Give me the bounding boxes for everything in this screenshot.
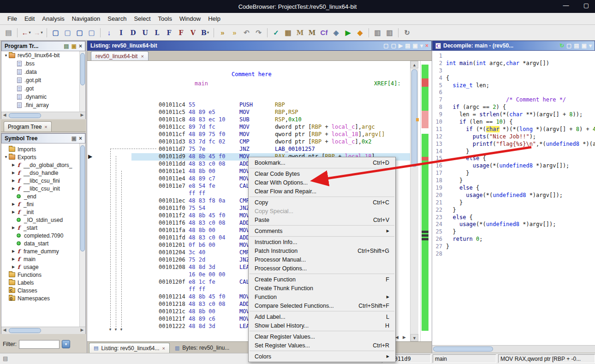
close-tab-icon[interactable]: × bbox=[162, 346, 165, 351]
decompile-line[interactable]: 8 if (argc == 2) { bbox=[432, 104, 595, 111]
decompile-line[interactable]: 22 } bbox=[432, 207, 595, 214]
expand-collapse-icon[interactable]: ▶ bbox=[11, 210, 16, 214]
xref-label[interactable]: XREF[4]: bbox=[374, 80, 401, 87]
decompile-line[interactable]: 4{ bbox=[432, 75, 595, 82]
create-function-icon[interactable]: Cf bbox=[318, 27, 330, 38]
export-icon[interactable]: ▤ bbox=[574, 43, 579, 48]
program-tree-root[interactable]: ▼rev50_linux64-bit bbox=[1, 51, 85, 60]
redo-icon[interactable]: ↷ bbox=[253, 27, 264, 38]
context-menu-item[interactable]: Instruction Info... bbox=[249, 238, 395, 246]
auto-analyze-icon[interactable]: ✓ bbox=[270, 27, 282, 38]
overview-strip[interactable] bbox=[420, 61, 429, 341]
expand-collapse-icon[interactable]: ▶ bbox=[11, 163, 16, 167]
close-panel-icon[interactable]: × bbox=[79, 136, 82, 141]
listing-row[interactable]: 001011c548 89 e5MOVRBP,RSP bbox=[87, 109, 410, 116]
expand-collapse-icon[interactable]: ▶ bbox=[11, 265, 16, 269]
program-tree-section[interactable]: .fini_array bbox=[1, 101, 85, 109]
symbol-tree-item[interactable]: Functions bbox=[1, 271, 85, 279]
define-data-F-icon[interactable]: F bbox=[163, 27, 175, 38]
scroll-left-icon[interactable]: ◀ bbox=[1, 328, 8, 332]
scroll-right-icon[interactable]: ▶ bbox=[403, 335, 406, 340]
symbol-tree-item[interactable]: CClasses bbox=[1, 286, 85, 294]
decompile-line[interactable]: 23 else { bbox=[432, 214, 595, 221]
expand-collapse-icon[interactable]: ▼ bbox=[3, 54, 9, 58]
menu-tools[interactable]: Tools bbox=[155, 14, 176, 24]
undo-icon[interactable]: ↶ bbox=[241, 27, 252, 38]
close-tab-icon[interactable]: × bbox=[44, 124, 47, 130]
maximize-button[interactable]: ▢ bbox=[582, 2, 590, 9]
horizontal-scrollbar[interactable]: ◀ ▶ bbox=[1, 327, 85, 334]
menu-navigation[interactable]: Navigation bbox=[68, 14, 104, 24]
listing-row[interactable]: 001011d383 7d fc 02CMPdword ptr [RBP + l… bbox=[87, 138, 410, 146]
decompile-line[interactable]: 21 } bbox=[432, 199, 595, 207]
expand-collapse-icon[interactable]: ▶ bbox=[11, 257, 16, 261]
symbol-tree-item[interactable]: _IO_stdin_used bbox=[1, 216, 85, 224]
scroll-up-icon[interactable]: ▲ bbox=[411, 61, 418, 68]
add-bookmark-icon[interactable]: » bbox=[217, 27, 228, 38]
decompile-line[interactable]: 24 usage(*(undefined8 *)argv[]); bbox=[432, 221, 595, 228]
decompile-line[interactable]: 19 else { bbox=[432, 185, 595, 192]
close-panel-icon[interactable]: × bbox=[425, 43, 428, 48]
decompile-line[interactable]: 11 if (*(char *)(*(long *)(argv[] + 8) +… bbox=[432, 126, 595, 133]
expand-collapse-icon[interactable]: ▶ bbox=[11, 249, 16, 253]
snapshot-view-icon[interactable]: ▢ bbox=[391, 43, 396, 48]
function-name-label[interactable]: main bbox=[195, 80, 208, 87]
scrollbar-thumb[interactable] bbox=[80, 145, 85, 251]
header-menu-dropdown-icon[interactable]: ▾ bbox=[420, 43, 423, 48]
define-data-D-icon[interactable]: D bbox=[127, 27, 139, 38]
symbol-tree-item[interactable]: {}Namespaces bbox=[1, 294, 85, 302]
decompile-line[interactable]: 12 puts("Nice Job!!"); bbox=[432, 133, 595, 141]
disassemble-icon[interactable]: ↓ bbox=[103, 27, 115, 38]
symbol-tree-item[interactable]: Labels bbox=[1, 279, 85, 286]
plate-comment[interactable]: Comment here bbox=[232, 71, 272, 78]
scroll-right-icon[interactable]: ▶ bbox=[79, 113, 85, 117]
menu-select[interactable]: Select bbox=[130, 14, 154, 24]
decompile-line[interactable]: 14 } bbox=[432, 148, 595, 155]
listing-row[interactable]: 001011cf48 89 75 f0MOVqword ptr [RBP + l… bbox=[87, 131, 410, 138]
symbol-tree-item[interactable]: ▶fusage bbox=[1, 263, 85, 271]
menu-search[interactable]: Search bbox=[104, 14, 130, 24]
context-menu-item[interactable]: Create FunctionF bbox=[249, 275, 395, 284]
program-tree-section[interactable]: .bss bbox=[1, 60, 85, 68]
memory-map-icon[interactable]: M bbox=[294, 27, 306, 38]
program-tree-section[interactable]: .got bbox=[1, 84, 85, 93]
capture-icon[interactable]: ▣ bbox=[71, 136, 77, 141]
symbol-tree-item[interactable]: _end bbox=[1, 192, 85, 200]
header-menu-dropdown-icon[interactable]: ▾ bbox=[589, 43, 592, 48]
define-data-B-icon[interactable]: B▾ bbox=[199, 27, 211, 38]
symbol-tree-item[interactable]: ▶fmain bbox=[1, 255, 85, 263]
context-menu-item[interactable]: Clear Code Bytes bbox=[249, 169, 395, 178]
context-menu-item[interactable]: Copy Special... bbox=[249, 207, 395, 215]
capture-image-icon[interactable]: ▣ bbox=[413, 43, 418, 48]
context-menu-item[interactable]: Compare Selected Functions...Ctrl+Shift+… bbox=[249, 301, 395, 310]
context-menu-item[interactable]: Show Label History...H bbox=[249, 321, 395, 330]
vertical-scrollbar[interactable] bbox=[79, 51, 85, 112]
symbol-tree-item[interactable]: ▶f__libc_csu_init bbox=[1, 185, 85, 192]
view-options-icon[interactable]: ▤ bbox=[64, 43, 69, 49]
function-graph-icon[interactable]: ◈ bbox=[330, 27, 342, 38]
context-menu-item[interactable]: Clear Register Values... bbox=[249, 332, 395, 341]
paste-special-icon[interactable]: ▢ bbox=[86, 27, 97, 38]
context-menu-item[interactable]: Patch InstructionCtrl+Shift+G bbox=[249, 246, 395, 255]
listing-row[interactable]: 001011cc89 7d fcMOVdword ptr [RBP + loca… bbox=[87, 124, 410, 131]
vertical-scrollbar[interactable]: ▲ ▼ bbox=[410, 61, 418, 341]
refresh-icon[interactable]: ↻ bbox=[559, 43, 564, 48]
decompile-line[interactable]: 10 if (len == 10) { bbox=[432, 119, 595, 126]
scroll-left-icon[interactable]: ◀ bbox=[395, 335, 399, 340]
decompile-line[interactable]: 17 } bbox=[432, 170, 595, 177]
duplicate-view-icon[interactable]: ▢ bbox=[383, 43, 388, 48]
context-menu-item[interactable]: Create Thunk Function bbox=[249, 284, 395, 292]
save-icon[interactable]: ▤ bbox=[3, 27, 14, 38]
minimize-button[interactable]: — bbox=[562, 2, 570, 9]
context-menu-item[interactable]: Set Register Values...Ctrl+R bbox=[249, 341, 395, 350]
filter-options-icon[interactable]: ▾ bbox=[62, 340, 70, 348]
context-menu-item[interactable]: Clear With Options... bbox=[249, 178, 395, 187]
tab-bytes[interactable]: ▥Bytes: rev50_linu... bbox=[171, 343, 233, 353]
close-tab-icon[interactable]: × bbox=[141, 54, 143, 59]
program-tree-section[interactable]: .dynamic bbox=[1, 93, 85, 101]
scroll-right-icon[interactable]: ▶ bbox=[79, 328, 85, 332]
symbol-tree-item[interactable]: ▶f__do_global_dtors_ bbox=[1, 161, 85, 169]
scrollbar-thumb[interactable] bbox=[433, 346, 493, 352]
expand-collapse-icon[interactable]: ▶ bbox=[11, 226, 16, 230]
scrollbar-thumb[interactable] bbox=[80, 53, 85, 85]
